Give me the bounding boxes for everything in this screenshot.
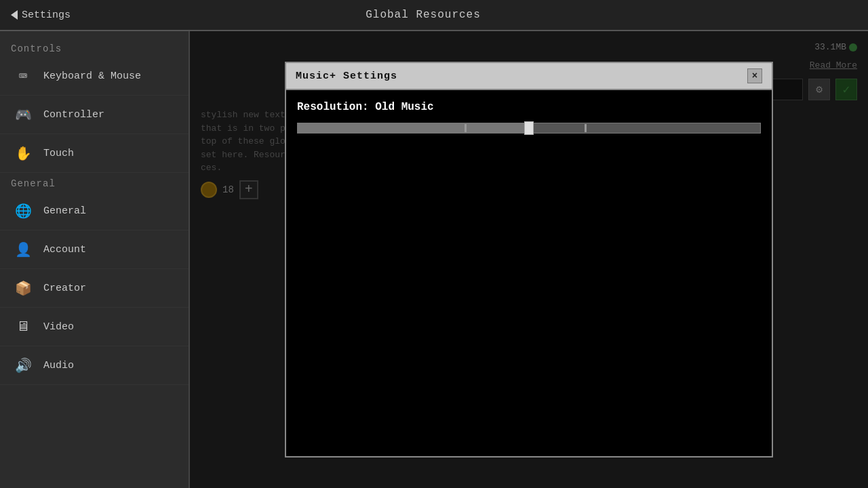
sidebar-item-controller[interactable]: 🎮 Controller (0, 96, 189, 134)
slider-tick-2 (585, 124, 587, 132)
video-icon: 🖥 (11, 314, 35, 339)
general-label: General (43, 205, 86, 217)
keyboard-label: Keyboard & Mouse (43, 70, 141, 82)
settings-screen: Settings Global Resources Controls ⌨ Key… (0, 0, 868, 488)
keyboard-icon: ⌨ (11, 64, 35, 88)
account-icon: 👤 (11, 237, 35, 262)
slider-tick-1 (465, 124, 467, 132)
modal-title: Music+ Settings (296, 70, 397, 82)
audio-icon: 🔊 (11, 353, 35, 378)
creator-label: Creator (43, 283, 86, 294)
sidebar-item-touch[interactable]: ✋ Touch (0, 134, 189, 173)
general-section-label: General (0, 173, 189, 192)
slider-track[interactable] (297, 123, 761, 134)
page-title: Global Resources (366, 9, 481, 21)
top-bar: Settings Global Resources (0, 0, 868, 31)
modal-close-button[interactable]: × (747, 68, 762, 83)
slider-thumb[interactable] (524, 121, 534, 135)
controller-label: Controller (43, 109, 104, 121)
sidebar-item-creator[interactable]: 📦 Creator (0, 269, 189, 308)
right-panel: 33.1MB Read More ⚙ ✓ stylish new texture… (190, 31, 868, 488)
sidebar-item-general[interactable]: 🌐 General (0, 192, 189, 230)
modal-dialog: Music+ Settings × Resolution: Old Music (285, 62, 773, 458)
sidebar: Controls ⌨ Keyboard & Mouse 🎮 Controller… (0, 31, 190, 488)
controller-icon: 🎮 (11, 102, 35, 127)
touch-icon: ✋ (11, 141, 35, 165)
setting-label: Resolution: Old Music (297, 101, 761, 113)
back-button[interactable]: Settings (11, 9, 71, 21)
audio-label: Audio (43, 360, 74, 371)
sidebar-item-video[interactable]: 🖥 Video (0, 308, 189, 346)
modal-body: Resolution: Old Music (286, 90, 772, 456)
back-label: Settings (22, 9, 71, 21)
sidebar-item-audio[interactable]: 🔊 Audio (0, 346, 189, 385)
back-arrow-icon (11, 10, 18, 20)
sidebar-item-account[interactable]: 👤 Account (0, 230, 189, 269)
video-label: Video (43, 321, 74, 333)
slider-container (297, 123, 761, 134)
slider-fill (298, 123, 529, 133)
controls-section-label: Controls (0, 38, 189, 57)
touch-label: Touch (43, 148, 74, 159)
main-content: Controls ⌨ Keyboard & Mouse 🎮 Controller… (0, 31, 868, 488)
general-icon: 🌐 (11, 199, 35, 223)
creator-icon: 📦 (11, 276, 35, 300)
account-label: Account (43, 244, 86, 256)
modal-header: Music+ Settings × (286, 63, 772, 90)
sidebar-item-keyboard[interactable]: ⌨ Keyboard & Mouse (0, 57, 189, 96)
